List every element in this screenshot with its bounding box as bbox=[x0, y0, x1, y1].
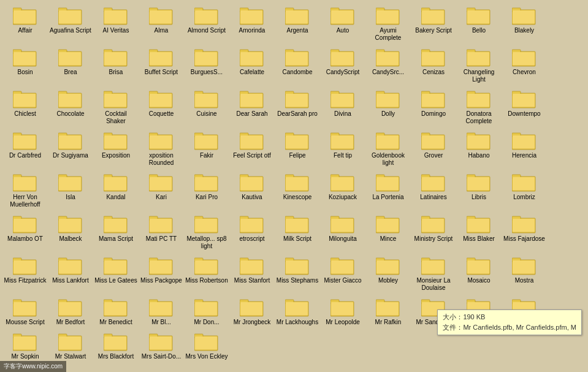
folder-item[interactable]: Cenizas bbox=[411, 44, 456, 86]
folder-item[interactable]: Miss Robertson bbox=[184, 252, 229, 294]
folder-item[interactable]: Kari Pro bbox=[184, 169, 229, 211]
folder-item[interactable]: Miss Packgope bbox=[139, 252, 184, 294]
folder-item[interactable]: Mrs Blackfort bbox=[93, 328, 139, 363]
folder-item[interactable]: Blakely bbox=[502, 2, 547, 44]
folder-item[interactable]: Mousse Script bbox=[2, 294, 48, 328]
folder-item[interactable]: Domingo bbox=[411, 86, 456, 127]
svg-rect-118 bbox=[240, 94, 262, 107]
folder-item[interactable]: Cafelatte bbox=[229, 44, 275, 86]
folder-item[interactable]: Miss Fajardose bbox=[502, 211, 547, 252]
folder-item[interactable]: Fakir bbox=[184, 127, 229, 169]
folder-item[interactable]: Miss Stanfort bbox=[229, 252, 275, 294]
folder-item[interactable]: Affair bbox=[2, 2, 48, 44]
folder-item[interactable]: Ayumi Complete bbox=[365, 2, 411, 44]
folder-item[interactable]: Cuisine bbox=[184, 86, 229, 127]
folder-item[interactable]: Herencia bbox=[502, 127, 547, 169]
folder-item[interactable]: Miss Lankfort bbox=[48, 252, 93, 294]
folder-item[interactable]: BurguesS... bbox=[184, 44, 229, 86]
folder-item[interactable]: Mr Benedict bbox=[93, 294, 139, 328]
folder-item[interactable]: Amorinda bbox=[229, 2, 275, 44]
folder-item[interactable]: Dr Sugiyama bbox=[48, 127, 93, 169]
folder-item[interactable]: Koziupack bbox=[320, 169, 365, 211]
folder-item[interactable]: Downtempo bbox=[502, 86, 547, 127]
folder-item[interactable]: AI Veritas bbox=[93, 2, 139, 44]
folder-item[interactable]: Almond Script bbox=[184, 2, 229, 44]
folder-item[interactable]: Mrs Sairt-Do... bbox=[139, 328, 184, 363]
folder-item[interactable]: Mr Lackhoughs bbox=[275, 294, 320, 328]
folder-item[interactable]: Goldenbook light bbox=[365, 127, 411, 169]
folder-item[interactable]: Kautiva bbox=[229, 169, 275, 211]
folder-item[interactable]: Dolly bbox=[365, 86, 411, 127]
folder-item[interactable]: Libris bbox=[456, 169, 502, 211]
folder-icon bbox=[194, 88, 219, 109]
folder-item[interactable]: Coquette bbox=[139, 86, 184, 127]
folder-item[interactable]: Mosaico bbox=[456, 252, 502, 294]
folder-item[interactable]: Bakery Script bbox=[411, 2, 456, 44]
folder-item[interactable]: Argenta bbox=[275, 2, 320, 44]
folder-item[interactable]: Milonguita bbox=[320, 211, 365, 252]
folder-item[interactable]: Mister Giacco bbox=[320, 252, 365, 294]
folder-item[interactable]: CandyScript bbox=[320, 44, 365, 86]
folder-item[interactable]: CandySrc... bbox=[365, 44, 411, 86]
folder-item[interactable]: Mama Script bbox=[93, 211, 139, 252]
folder-item[interactable]: Dear Sarah bbox=[229, 86, 275, 127]
folder-item[interactable]: Auto bbox=[320, 2, 365, 44]
folder-item[interactable]: Herr Von Muellerhoff bbox=[2, 169, 48, 211]
folder-item[interactable]: Grover bbox=[411, 127, 456, 169]
folder-item[interactable]: Cocktail Shaker bbox=[93, 86, 139, 127]
folder-item[interactable]: Mr Leopolde bbox=[320, 294, 365, 328]
folder-item[interactable]: Felt tip bbox=[320, 127, 365, 169]
folder-item[interactable]: Brisa bbox=[93, 44, 139, 86]
folder-item[interactable]: Kinescope bbox=[275, 169, 320, 211]
folder-item[interactable]: Feel Script otf bbox=[229, 127, 275, 169]
folder-item[interactable]: Mr Jrongbeck bbox=[229, 294, 275, 328]
folder-item[interactable]: Kari bbox=[139, 169, 184, 211]
folder-item[interactable]: xposition Rounded bbox=[139, 127, 184, 169]
folder-item[interactable]: Candombe bbox=[275, 44, 320, 86]
folder-item[interactable]: Divina bbox=[320, 86, 365, 127]
folder-item[interactable]: Mostra bbox=[502, 252, 547, 294]
folder-item[interactable]: Miss Stephams bbox=[275, 252, 320, 294]
folder-item[interactable]: La Portenia bbox=[365, 169, 411, 211]
folder-item[interactable]: Miss Fitzpatrick bbox=[2, 252, 48, 294]
folder-item[interactable]: Metallop... sp8 light bbox=[184, 211, 229, 252]
folder-item[interactable]: Mince bbox=[365, 211, 411, 252]
folder-item[interactable]: Mr Bedfort bbox=[48, 294, 93, 328]
folder-item[interactable]: Mr Stalwart bbox=[48, 328, 93, 363]
folder-item[interactable]: Miss Blaker bbox=[456, 211, 502, 252]
folder-item[interactable]: Malambo OT bbox=[2, 211, 48, 252]
folder-item[interactable]: Bello bbox=[456, 2, 502, 44]
folder-item[interactable]: Mr Bl... bbox=[139, 294, 184, 328]
folder-item[interactable]: Isla bbox=[48, 169, 93, 211]
folder-item[interactable]: Lombriz bbox=[502, 169, 547, 211]
folder-item[interactable]: Chocolate bbox=[48, 86, 93, 127]
folder-item[interactable]: Mr Rafkin bbox=[365, 294, 411, 328]
folder-item[interactable]: Malbeck bbox=[48, 211, 93, 252]
folder-item[interactable]: Latinaires bbox=[411, 169, 456, 211]
folder-item[interactable]: Milk Script bbox=[275, 211, 320, 252]
folder-item[interactable]: Donatora Complete bbox=[456, 86, 502, 127]
folder-item[interactable]: Changeling Light bbox=[456, 44, 502, 86]
folder-item[interactable]: Kandal bbox=[93, 169, 139, 211]
folder-item[interactable]: Buffet Script bbox=[139, 44, 184, 86]
folder-item[interactable]: Mrs Von Eckley bbox=[184, 328, 229, 363]
folder-item[interactable]: Exposition bbox=[93, 127, 139, 169]
folder-item[interactable]: Dr Carbfred bbox=[2, 127, 48, 169]
folder-item[interactable]: DearSarah pro bbox=[275, 86, 320, 127]
folder-item[interactable]: Ministry Script bbox=[411, 211, 456, 252]
folder-item[interactable]: Felipe bbox=[275, 127, 320, 169]
folder-item[interactable]: Habano bbox=[456, 127, 502, 169]
folder-item[interactable]: Mr Don... bbox=[184, 294, 229, 328]
folder-item[interactable]: Mati PC TT bbox=[139, 211, 184, 252]
folder-item[interactable]: Chevron bbox=[502, 44, 547, 86]
folder-item[interactable]: Mobley bbox=[365, 252, 411, 294]
folder-item[interactable]: Monsieur La Doulaise bbox=[411, 252, 456, 294]
folder-item[interactable]: Brea bbox=[48, 44, 93, 86]
folder-item[interactable]: Chiclest bbox=[2, 86, 48, 127]
folder-item[interactable]: Alma bbox=[139, 2, 184, 44]
folder-item[interactable]: Miss Le Gatees bbox=[93, 252, 139, 294]
folder-item[interactable]: Aguafina Script bbox=[48, 2, 93, 44]
folder-item[interactable]: Mr Sopkin bbox=[2, 328, 48, 363]
folder-item[interactable]: Bosin bbox=[2, 44, 48, 86]
folder-item[interactable]: etroscript bbox=[229, 211, 275, 252]
